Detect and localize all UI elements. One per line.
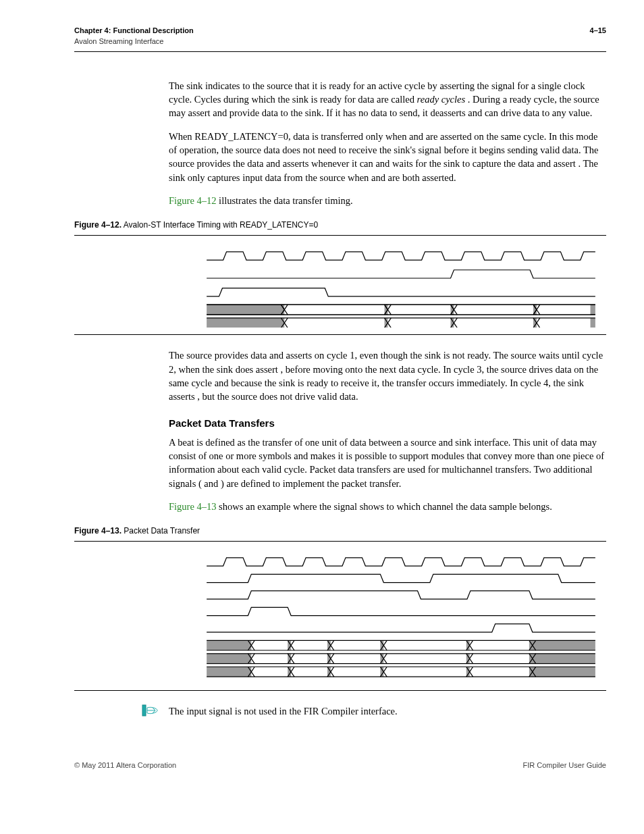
svg-rect-12 [291, 640, 327, 650]
svg-rect-14 [383, 640, 466, 650]
chapter-label: Chapter 4: Functional Description [74, 26, 194, 36]
section-label: Avalon Streaming Interface [74, 36, 606, 47]
paragraph-6: Figure 4–13 shows an example where the s… [169, 500, 605, 513]
svg-rect-28 [142, 705, 146, 716]
svg-rect-8 [454, 318, 533, 328]
svg-rect-26 [383, 667, 466, 677]
svg-rect-20 [383, 654, 466, 664]
paragraph-1: The sink indicates to the source that it… [169, 79, 605, 120]
svg-rect-2 [387, 305, 450, 315]
paragraph-5: A beat is defined as the transfer of one… [169, 436, 605, 490]
svg-rect-17 [251, 654, 288, 664]
header-rule [74, 51, 606, 52]
svg-rect-1 [284, 305, 384, 315]
svg-rect-24 [291, 667, 327, 677]
figure-ref-4-12: Figure 4–12 [169, 195, 216, 206]
svg-rect-9 [537, 318, 591, 328]
svg-rect-6 [284, 318, 384, 328]
svg-rect-13 [331, 640, 381, 650]
figure-4-13-caption: Figure 4–13. Packet Data Transfer [74, 525, 606, 537]
page-footer: © May 2011 Altera Corporation FIR Compil… [74, 760, 606, 771]
svg-rect-4 [537, 305, 591, 315]
paragraph-3: Figure 4–12 illustrates the data transfe… [169, 194, 605, 207]
figure-rule [74, 235, 606, 236]
page-number: 4–15 [590, 26, 606, 36]
paragraph-4: The source provides data and asserts on … [169, 348, 605, 403]
svg-rect-3 [454, 305, 533, 315]
heading-packet-data-transfers: Packet Data Transfers [169, 416, 605, 430]
figure-rule [74, 334, 606, 335]
footer-copyright: © May 2011 Altera Corporation [74, 760, 176, 771]
svg-rect-23 [251, 667, 288, 677]
svg-rect-19 [331, 654, 381, 664]
figure-4-12-timing-diagram [203, 245, 599, 328]
note-text: The input signal is not used in the FIR … [169, 704, 398, 718]
page-header: Chapter 4: Functional Description 4–15 [74, 26, 606, 36]
svg-rect-27 [470, 667, 529, 677]
note-row: The input signal is not used in the FIR … [74, 704, 606, 720]
paragraph-2: When READY_LATENCY=0, data is transferre… [169, 130, 605, 184]
svg-rect-21 [470, 654, 529, 664]
pointing-hand-icon [142, 704, 161, 720]
figure-4-13-timing-diagram [203, 551, 599, 683]
figure-rule [74, 541, 606, 542]
svg-rect-11 [251, 640, 288, 650]
svg-rect-15 [470, 640, 529, 650]
figure-rule [74, 690, 606, 691]
figure-4-12-caption: Figure 4–12. Avalon-ST Interface Timing … [74, 219, 606, 231]
svg-rect-18 [291, 654, 327, 664]
svg-rect-7 [387, 318, 450, 328]
svg-rect-25 [331, 667, 381, 677]
footer-guide: FIR Compiler User Guide [523, 760, 606, 771]
figure-ref-4-13: Figure 4–13 [169, 501, 216, 512]
